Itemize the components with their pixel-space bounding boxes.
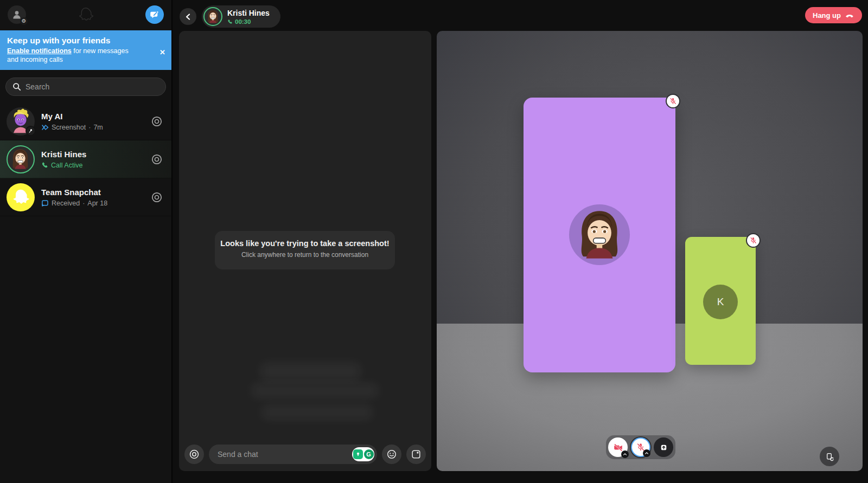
peer-name: Kristi Hines [227,9,270,17]
camera-icon[interactable] [151,191,163,203]
back-button[interactable] [180,8,196,25]
notifications-banner: Keep up with your friends Enable notific… [0,30,171,70]
enable-notifications-link[interactable]: Enable notifications [7,47,72,55]
chevron-left-icon [185,14,192,20]
conversation-list: My AI Screenshot · 7m [0,102,171,216]
muted-mic-badge [746,233,761,248]
blurred-message [261,405,373,420]
banner-body-line2: and incoming calls [7,56,63,63]
gallery-icon [411,449,422,460]
banner-title: Keep up with your friends [7,36,153,46]
search-icon [12,82,21,91]
mic-off-icon [749,236,757,244]
video-off-icon [613,442,623,453]
snapchat-ghost-logo-icon[interactable] [76,5,95,24]
chat-input-container[interactable]: G [209,445,377,464]
mic-options-expander[interactable] [643,449,650,457]
conversation-info: Kristi Hines Call Active [41,150,144,169]
conversation-name: Team Snapchat [41,188,144,197]
video-call-panel: K [437,31,863,471]
sidebar-topbar: ⚙ [0,0,171,29]
muted-mic-badge [666,94,680,108]
sidebar: ⚙ Keep up with your friends Enable notif… [0,0,173,483]
new-chat-button[interactable] [145,5,164,24]
phone-icon [41,162,48,169]
conversation-info: My AI Screenshot · 7m [41,112,144,131]
chat-input[interactable] [218,450,349,459]
hang-up-button[interactable]: Hang up [805,7,862,23]
blurred-message [251,383,379,398]
conversation-status: Call Active [41,162,144,169]
camera-icon[interactable] [151,153,163,165]
grammarly-extension-widget[interactable]: G [352,447,374,461]
share-screen-button[interactable] [654,437,673,457]
search-section [0,70,171,102]
chat-header: Kristi Hines 00:30 [180,5,280,28]
hang-up-phone-icon [845,10,854,20]
chevron-up-icon [644,451,649,455]
profile-button[interactable]: ⚙ [8,5,26,24]
camera-button[interactable] [184,445,204,464]
call-controls-bar [606,435,675,459]
kristi-avatar [203,7,222,26]
screen-rotate-icon [825,452,835,462]
blurred-message [260,363,361,380]
compose-chat-icon [150,10,159,20]
screenshot-warning-title: Looks like you're trying to take a scree… [215,239,395,248]
participant-tile-kristi [524,98,675,372]
hang-up-label: Hang up [813,11,841,20]
conversation-row-my-ai[interactable]: My AI Screenshot · 7m [0,102,171,140]
emoji-button[interactable] [382,445,401,464]
peer-info: Kristi Hines 00:30 [227,9,270,25]
video-options-expander[interactable] [621,450,629,458]
meta-separator: · [88,124,91,131]
conversation-name: My AI [41,112,144,121]
screenshot-warning-subtitle: Click anywhere to return to the conversa… [215,251,395,259]
status-text: Call Active [51,162,82,169]
conversation-status: Received · Apr 18 [41,199,144,207]
status-time: Apr 18 [87,199,107,207]
status-text: Received [52,199,80,207]
self-initial-avatar: K [703,285,738,319]
screenshot-status-icon [41,124,49,131]
grammarly-icon: G [364,449,374,459]
status-text: Screenshot [52,124,86,131]
team-snapchat-avatar [7,183,35,211]
mic-off-icon [669,97,677,105]
search-input[interactable] [25,82,159,91]
search-bar[interactable] [5,78,166,96]
kristi-avatar [7,145,35,173]
emoji-smiley-icon [386,449,397,460]
gear-icon: ⚙ [20,17,28,25]
conversation-row-kristi-hines[interactable]: Kristi Hines Call Active [0,140,171,178]
extension-bulb-icon [353,449,363,459]
call-timer: 00:30 [227,18,270,25]
phone-icon [227,19,233,24]
meta-separator: · [82,199,85,207]
camera-icon [189,449,200,460]
pin-icon [25,126,36,136]
camera-icon[interactable] [151,115,163,127]
conversation-row-team-snapchat[interactable]: Team Snapchat Received · Apr 18 [0,178,171,216]
toggle-video-button[interactable] [608,437,628,457]
chat-panel[interactable]: Looks like you're trying to take a scree… [179,31,431,471]
snapchat-ghost-icon [10,186,31,208]
participant-tile-self: K [685,237,756,365]
share-arrow-up-icon [659,442,669,453]
status-time: 7m [93,124,103,131]
banner-body-rest: for new messages [72,47,129,55]
screenshot-warning-card[interactable]: Looks like you're trying to take a scree… [215,231,395,269]
avatar-wrap [7,183,35,211]
toggle-mic-button[interactable] [631,437,650,457]
gallery-button[interactable] [406,445,426,464]
banner-body: Enable notifications for new messagesand… [7,47,153,64]
kristi-avatar [569,204,630,265]
avatar-wrap [7,107,35,136]
conversation-name: Kristi Hines [41,150,144,159]
avatar-wrap [7,145,35,173]
call-peer-header[interactable]: Kristi Hines 00:30 [202,5,280,28]
conversation-info: Team Snapchat Received · Apr 18 [41,188,144,207]
conversation-status: Screenshot · 7m [41,124,144,131]
banner-close-icon[interactable]: ✕ [159,48,165,56]
rotate-screen-button[interactable] [820,447,839,466]
